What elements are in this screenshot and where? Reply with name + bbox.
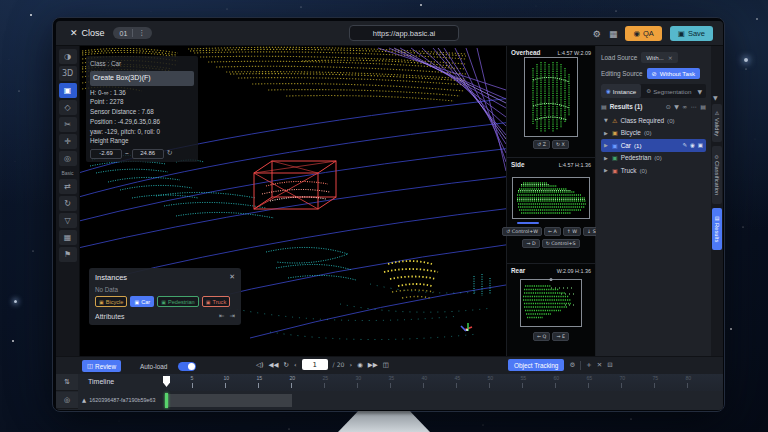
expand-arrow-icon[interactable]: ▶	[604, 142, 609, 148]
without-task-button[interactable]: ⊘ Without Task	[647, 68, 701, 79]
rotate-ccw-control-w-button[interactable]: ↺ Control+W	[502, 227, 542, 236]
results-header: ▤ Results (1) ⊙ ▼ ∞ ⋯ ▤	[601, 103, 706, 110]
results-vtab-icon: ▤	[714, 215, 720, 221]
chip-car[interactable]: ▣ Car	[130, 296, 154, 307]
timeline-track-bar[interactable]	[166, 394, 292, 407]
tracking-divider	[580, 361, 581, 370]
play-icon[interactable]: ◉	[357, 361, 363, 369]
swap-tool-icon[interactable]: ⇄	[59, 179, 77, 194]
rotate-ccw-z-button[interactable]: ↺ Z	[533, 140, 550, 149]
frame-input[interactable]	[302, 359, 328, 370]
move-up-w-button[interactable]: ↑ W	[563, 227, 581, 236]
skip-back-icon[interactable]: ◀◀	[269, 361, 279, 369]
visibility-instance-icon[interactable]: ◉	[690, 142, 695, 148]
move-left-a-button[interactable]: ← A	[544, 227, 561, 236]
tree-row-class-required[interactable]: ▼ ⚠ Class Required (0)	[601, 114, 706, 127]
rear-box-handle[interactable]	[550, 278, 553, 281]
timeline-rows-button[interactable]: ⇅	[56, 374, 78, 391]
add-keyframe-icon[interactable]: +	[586, 361, 591, 369]
chip-truck[interactable]: ▣ Truck	[202, 296, 231, 307]
height-range-max-input[interactable]: 24.86	[132, 149, 164, 159]
rear-canvas[interactable]	[520, 279, 582, 327]
qa-button[interactable]: ◉ QA	[625, 26, 661, 41]
filter-results-icon[interactable]: ▼	[697, 88, 706, 95]
point-cloud-viewport[interactable]: Class : Car Create Box(3D)(F) H: 0-∞ : 1…	[80, 46, 506, 356]
expand-arrow-icon[interactable]: ▼	[604, 117, 609, 123]
tree-row-car[interactable]: ▶ ▣ Car (1) ✎ ◉ ▣	[601, 139, 706, 152]
close-button[interactable]: ✕ Close	[70, 28, 105, 38]
vertical-tab-strip: ▼ ⚠ Validity ⊙ Classification ▤ Results	[711, 46, 723, 356]
url-bar[interactable]: https://app.basic.ai	[349, 25, 459, 41]
vtab-results[interactable]: ▤ Results	[712, 208, 722, 250]
annotation-info-panel: Class : Car Create Box(3D)(F) H: 0-∞ : 1…	[86, 56, 198, 162]
expand-all-icon[interactable]: ⇥	[230, 312, 235, 320]
expand-arrow-icon[interactable]: ▶	[604, 155, 609, 161]
contrast-tool-icon[interactable]: ◑	[59, 49, 77, 64]
overhead-canvas[interactable]	[524, 57, 578, 137]
rotate-cw-control-s-button[interactable]: ↻ Control+S	[542, 239, 580, 248]
chip-pedestrian[interactable]: ▣ Pedestrian	[157, 296, 198, 307]
panel-results-icon[interactable]: ▤	[700, 103, 706, 110]
expand-arrow-icon[interactable]: ▶	[604, 130, 609, 136]
next-frame-icon[interactable]: ›	[350, 361, 353, 369]
height-range-min-input[interactable]: -2.69	[90, 149, 122, 159]
fast-forward-icon[interactable]: ▶▶	[368, 361, 378, 369]
create-box-tool-icon[interactable]: ▣	[59, 83, 77, 98]
replay-icon[interactable]: ↻	[284, 361, 289, 369]
rotate-right-e-button[interactable]: → E	[552, 332, 569, 341]
save-button[interactable]: ▣ Save	[670, 26, 713, 41]
clear-load-source-icon[interactable]: ×	[668, 54, 673, 61]
review-button[interactable]: ◫ Review	[82, 360, 121, 372]
rotate-left-q-button[interactable]: ← Q	[533, 332, 550, 341]
previous-frame-icon[interactable]: ‹	[294, 361, 297, 369]
tree-row-truck[interactable]: ▶ ▣ Truck (0)	[601, 164, 706, 177]
settings-icon[interactable]: ⚙	[593, 29, 601, 39]
auto-load-toggle[interactable]	[178, 362, 196, 371]
close-instances-icon[interactable]: ✕	[229, 273, 235, 282]
tracking-settings-icon[interactable]: ⚙	[569, 361, 575, 369]
record-badge[interactable]: 01 ⋮	[113, 27, 153, 39]
tab-instance[interactable]: ◉ Instance	[601, 84, 641, 98]
chip-bicycle[interactable]: ▣ Bicycle	[95, 296, 127, 307]
more-results-icon[interactable]: ⋯	[691, 103, 697, 110]
edit-instance-icon[interactable]: ✎	[682, 142, 687, 148]
tree-row-pedestrian[interactable]: ▶ ▣ Pedestrian (0)	[601, 152, 706, 165]
instance-tab-icon: ◉	[606, 88, 611, 94]
tree-label: Class Required	[620, 117, 664, 124]
rear-dimensions: W:2.09 H:1.36	[557, 268, 591, 274]
load-source-select[interactable]: With... ×	[641, 52, 678, 63]
desktop-background: ✕ Close 01 ⋮ https://app.basic.ai ⚙ ▦ ◉	[0, 0, 768, 432]
camera-icon[interactable]: ◫	[383, 361, 389, 369]
link-results-icon[interactable]: ∞	[682, 103, 687, 110]
history-results-icon[interactable]: ⊙	[666, 103, 671, 110]
filter-tool-icon[interactable]: ▽	[59, 213, 77, 228]
history-tool-icon[interactable]: ↻	[59, 196, 77, 211]
expand-arrow-icon[interactable]: ▶	[604, 167, 609, 173]
tree-row-bicycle[interactable]: ▶ ▣ Bicycle (0)	[601, 127, 706, 140]
grid-tool-icon[interactable]: ▦	[59, 230, 77, 245]
move-tool-icon[interactable]: ✛	[59, 134, 77, 149]
vtab-validity[interactable]: ⚠ Validity	[712, 104, 722, 142]
apps-grid-icon[interactable]: ▦	[609, 29, 618, 39]
timeline-ruler[interactable]: 5101520253035404550556065707580	[166, 374, 723, 391]
copy-instance-icon[interactable]: ▣	[698, 142, 703, 148]
side-canvas[interactable]	[512, 177, 590, 219]
remove-keyframe-icon[interactable]: ✕	[597, 361, 602, 369]
scissors-tool-icon[interactable]: ✂	[59, 117, 77, 132]
collapse-all-icon[interactable]: ⇤	[219, 312, 224, 320]
volume-icon[interactable]: ◁)	[256, 361, 264, 369]
target-tool-icon[interactable]: ◎	[59, 151, 77, 166]
funnel-results-icon[interactable]: ▼	[674, 103, 679, 110]
delete-track-icon[interactable]: ⊟	[607, 361, 612, 369]
vertical-funnel-icon[interactable]: ▼	[713, 94, 718, 101]
object-tracking-button[interactable]: Object Tracking	[508, 359, 564, 371]
rotate-cw-x-button[interactable]: ↻ X	[552, 140, 569, 149]
tab-segmentation[interactable]: ⚙ Segmentation	[641, 84, 696, 98]
polygon-tool-icon[interactable]: ◇	[59, 100, 77, 115]
vtab-classification[interactable]: ⊙ Classification	[712, 146, 722, 204]
move-right-d-button[interactable]: → D	[522, 239, 539, 248]
3d-view-tool-icon[interactable]: 3D	[59, 66, 77, 81]
flag-tool-icon[interactable]: ⚑	[59, 247, 77, 262]
timeline-target-button[interactable]: ◎	[56, 392, 78, 409]
reset-range-icon[interactable]: ↻	[167, 148, 173, 159]
